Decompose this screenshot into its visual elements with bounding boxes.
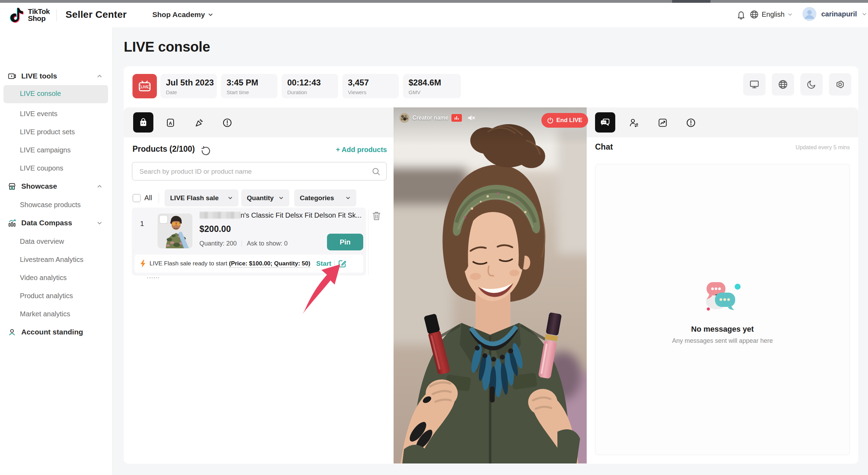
lightning-bolt-icon [139,259,146,268]
sidebar-item-live-tools[interactable]: LIVE tools [0,68,112,84]
nav-shop-academy[interactable]: Shop Academy [152,10,213,19]
sidebar-item-data-compass[interactable]: Data Compass [0,215,112,231]
sidebar-item-showcase-products[interactable]: Showcase products [0,197,132,212]
flash-sale-text: LIVE Flash sale ready to start (Price: $… [150,260,310,267]
sidebar-item-livestream-analytics[interactable]: Livestream Analytics [0,252,132,267]
dotted-artifact [147,276,159,278]
creator-chip: Creator name [399,113,475,123]
account-menu[interactable]: carinapuril [802,7,867,21]
product-price: $200.00 [199,224,231,234]
sidebar-item-video-analytics[interactable]: Video analytics [0,270,132,285]
language-selector[interactable]: English [749,10,793,19]
stats-badge-icon[interactable] [451,114,462,122]
stat-start-time: 3:45 PMStart time [221,74,277,98]
app-title: Seller Center [66,9,127,20]
chevron-up-icon [97,73,102,79]
creator-avatar [399,113,409,123]
settings-gear-button[interactable] [829,73,851,96]
sidebar-item-live-product-sets[interactable]: LIVE product sets [0,124,132,140]
brand-name: TikTok Shop [28,8,50,22]
sidebar-item-account-standing[interactable]: Account standing [0,324,112,340]
page-title: LIVE console [124,39,210,55]
region-globe-button[interactable] [772,73,794,96]
power-icon [547,117,554,124]
sidebar: LIVE tools LIVE console LIVE events LIVE… [0,27,113,475]
divider [242,241,242,247]
plus-icon: + [336,146,340,153]
start-flash-sale-link[interactable]: Start [316,260,331,267]
sidebar-item-data-overview[interactable]: Data overview [0,234,132,249]
tiktok-shop-logo[interactable]: TikTok Shop [10,7,50,23]
product-checkbox[interactable] [159,215,168,224]
redacted-text-blur [199,212,241,219]
sidebar-item-product-analytics[interactable]: Product analytics [0,288,132,303]
chat-tab-strip [587,107,858,137]
live-video-icon [8,72,16,81]
refresh-icon[interactable] [200,146,211,156]
dark-mode-moon-button[interactable] [800,73,823,96]
empty-chat-title: No messages yet [691,325,754,334]
chevron-down-icon [208,12,213,17]
search-icon[interactable] [372,167,381,176]
tab-products-bag-icon[interactable] [133,112,153,133]
divider [56,9,57,21]
filter-categories[interactable]: Categories [294,189,356,206]
sidebar-item-live-coupons[interactable]: LIVE coupons [0,160,132,176]
tab-promotion-icon[interactable] [194,117,205,128]
chat-updated-note: Updated every 5 mins [710,144,850,151]
creator-name: Creator name [412,115,448,121]
select-all-checkbox[interactable] [132,194,141,202]
sidebar-item-market-analytics[interactable]: Market analytics [0,306,132,322]
live-console-page: TikTok Shop Seller Center Shop Academy E… [0,0,868,475]
end-live-button[interactable]: End LIVE [541,113,588,128]
stat-gmv: $284.6MGMV [403,74,461,98]
svg-text:A: A [169,121,172,126]
stat-duration: 00:12:43Duration [282,74,338,98]
sidebar-item-live-console[interactable]: LIVE console [3,85,108,103]
tab-alert-icon[interactable] [685,117,696,128]
muted-speaker-icon[interactable] [467,114,475,122]
chevron-down-icon [862,12,867,17]
sidebar-item-showcase[interactable]: Showcase [0,179,112,194]
products-header: Products (2/100) [132,144,195,154]
filter-live-flash-sale[interactable]: LIVE Flash sale [165,189,238,206]
delete-trash-icon[interactable] [372,211,381,221]
tab-text-card-icon[interactable]: A [165,117,176,128]
product-search [132,162,387,181]
tab-chat-icon[interactable] [595,112,615,133]
username: carinapuril [821,10,857,18]
globe-icon [749,10,759,19]
product-index: 1 [140,220,144,228]
live-tv-badge: LIVE [132,74,157,98]
filter-quantity[interactable]: Quantity [241,189,289,206]
product-title: n's Classic Fit Delsx Fit Delson Fit Sk.… [199,211,363,219]
storefront-icon [8,182,16,191]
stat-date: Jul 5th 2023Date [160,74,217,98]
chat-title: Chat [595,142,613,152]
sidebar-item-live-campaigns[interactable]: LIVE campaigns [0,142,132,158]
live-video-preview [394,107,587,463]
tab-alert-icon[interactable] [222,117,233,128]
add-products-button[interactable]: + Add products [300,146,387,154]
tab-trend-icon[interactable] [657,117,668,128]
bar-chart-icon [8,219,16,227]
sidebar-item-live-events[interactable]: LIVE events [0,106,132,121]
top-bar: TikTok Shop Seller Center Shop Academy E… [0,3,868,27]
edit-icon[interactable] [338,259,347,268]
divider [159,193,159,203]
search-input[interactable] [139,163,367,181]
chevron-down-icon [279,195,284,201]
chevron-down-icon [228,195,233,201]
chevron-down-icon [345,195,351,201]
pin-button[interactable]: Pin [327,234,363,250]
product-meta: Quantity: 200 Ask to show: 0 [199,240,288,247]
notifications-bell-icon[interactable] [736,10,746,20]
display-monitor-button[interactable] [743,73,766,96]
empty-chat-illustration [702,279,744,316]
flash-sale-bar: LIVE Flash sale ready to start (Price: $… [135,255,363,273]
chevron-down-icon [97,220,102,226]
empty-chat-subtitle: Any messages sent will appear here [672,337,773,345]
tab-followers-icon[interactable] [629,117,640,128]
language-label: English [762,10,785,18]
avatar [802,7,816,21]
